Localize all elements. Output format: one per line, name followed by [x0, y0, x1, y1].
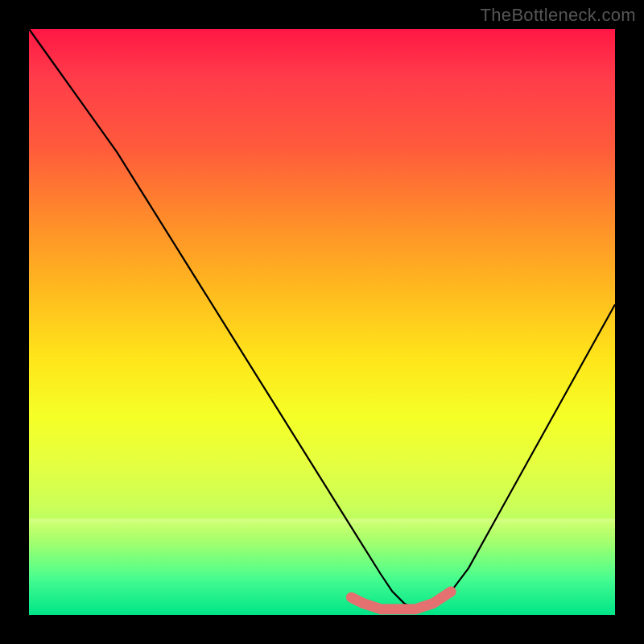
- bottleneck-curve-path: [29, 29, 615, 609]
- plot-area: [29, 29, 615, 615]
- watermark-text: TheBottleneck.com: [481, 5, 636, 26]
- chart-frame: TheBottleneck.com: [0, 0, 644, 644]
- curve-svg: [29, 29, 615, 615]
